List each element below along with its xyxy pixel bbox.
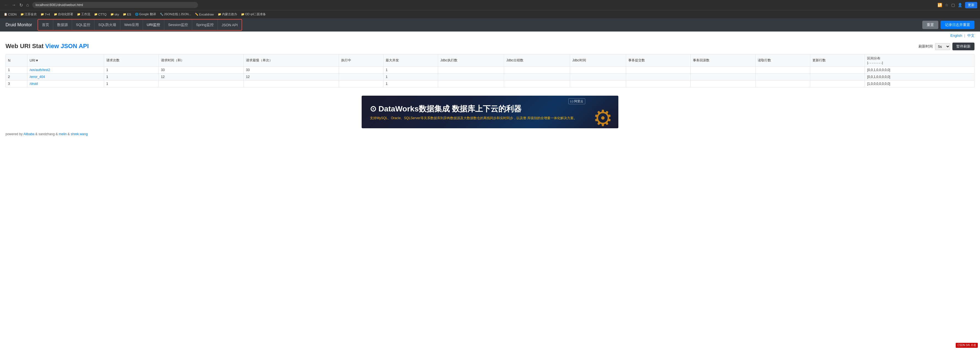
bookmark-74-label: 7+4 — [45, 13, 50, 16]
cell-jdbcerr-3 — [504, 80, 570, 87]
bookmark-74[interactable]: 📁 7+4 — [39, 12, 52, 17]
bookmark-es[interactable]: 📁 ES — [121, 12, 133, 17]
uri-stat-table: N URI▼ 请求次数 请求时间（和） 请求最慢（单次） 执行中 最大并发 Jd… — [6, 54, 974, 87]
bookmark-json-label: JSON在线 | JSON... — [164, 12, 191, 16]
cell-rowsupdate-2 — [810, 74, 865, 80]
cell-txrollback-3 — [691, 80, 756, 87]
cell-txcommit-1 — [626, 67, 691, 74]
cell-jdbcerr-1 — [504, 67, 570, 74]
col-distribution: 区间分布[- - - - - - - -] — [865, 54, 974, 67]
cell-timesum-3 — [159, 80, 244, 87]
cell-rowsread-1 — [756, 67, 810, 74]
bookmark-sky-icon: 📁 — [110, 13, 114, 16]
cell-running-1 — [339, 67, 383, 74]
bookmark-es-icon: 📁 — [123, 13, 126, 16]
dataworks-logo-icon: ⊙ — [370, 104, 376, 113]
nav-sql-firewall[interactable]: SQL防火墙 — [94, 20, 120, 30]
home-button[interactable]: ⌂ — [25, 2, 30, 8]
chinese-link[interactable]: 中文 — [967, 34, 974, 38]
alibaba-link[interactable]: Alibaba — [24, 132, 35, 136]
table-header-row: N URI▼ 请求次数 请求时间（和） 请求最慢（单次） 执行中 最大并发 Jd… — [6, 54, 974, 67]
app-navbar: Druid Monitor 首页 数据源 SQL监控 SQL防火墙 Web应用 … — [0, 18, 980, 32]
col-jdbc-time: Jdbc时间 — [570, 54, 626, 67]
bookmark-auto[interactable]: 📁 自动化部署 — [52, 11, 75, 17]
back-button[interactable]: ← — [3, 2, 10, 8]
forward-button[interactable]: → — [11, 2, 17, 8]
reset-button[interactable]: 重置 — [922, 21, 938, 29]
cell-req-1: 1 — [104, 67, 159, 74]
view-json-api-link[interactable]: View JSON API — [45, 43, 89, 50]
cell-n-1: 1 — [6, 67, 27, 74]
nav-sql-monitor[interactable]: SQL监控 — [72, 20, 94, 30]
language-switcher: English | 中文 — [0, 32, 980, 40]
page-title-plain: Web URI Stat — [6, 43, 45, 50]
cell-timesum-1: 33 — [159, 67, 244, 74]
tab-icon[interactable]: ▢ — [951, 3, 955, 7]
bookmark-nmgz[interactable]: 📁 内蒙古政办 — [216, 11, 239, 17]
banner-subtitle: 支持MySQL、Oracle、SQLServer等关系数据库到异构数据源及大数据… — [370, 116, 610, 120]
bookmark-nmgz-icon: 📁 — [218, 13, 221, 16]
aliyun-logo: (-) 阿里云 — [568, 98, 585, 104]
bookmark-od[interactable]: 📁 OD q4二面准备 — [239, 11, 268, 17]
refresh-label: 刷新时间 — [918, 44, 933, 49]
pause-refresh-button[interactable]: 暂停刷新 — [952, 43, 974, 50]
bookmark-workflow-label: 工作流 — [81, 12, 90, 16]
banner-image[interactable]: ⊙ DataWorks数据集成 数据库上下云的利器 支持MySQL、Oracle… — [362, 96, 618, 128]
shrek-link[interactable]: shrek.wang — [71, 132, 88, 136]
uri-link-1[interactable]: /wx/auth/test2 — [30, 68, 50, 72]
bookmark-cttq[interactable]: 📁 CTTQ — [92, 12, 108, 17]
cell-dist-3: [1,0,0,0,0,0,0,0] — [865, 80, 974, 87]
refresh-controls: 刷新时间 5s 10s 30s 60s 暂停刷新 — [918, 43, 974, 50]
uri-link-3[interactable]: /druid — [30, 82, 38, 86]
nav-home[interactable]: 首页 — [38, 20, 53, 30]
share-icon[interactable]: 🔁 — [937, 3, 942, 7]
banner-gear-icon: ⚙ — [593, 105, 613, 128]
address-bar[interactable]: localhost:8081/druid/weburi.html — [32, 2, 198, 8]
refresh-browser-button[interactable]: ↻ — [18, 2, 24, 8]
nav-action-buttons: 重置 记录日志并重置 — [922, 21, 974, 29]
table-row: 3 /druid 1 1 [1,0,0,0,0,0,0,0] — [6, 80, 974, 87]
melin-link[interactable]: melin — [59, 132, 67, 136]
cell-txrollback-2 — [691, 74, 756, 80]
page-title: Web URI Stat View JSON API — [6, 43, 89, 50]
cell-jdbcerr-2 — [504, 74, 570, 80]
bookmark-csdn[interactable]: 📋 CSDN — [2, 12, 18, 17]
nav-uri-monitor[interactable]: URI监控 — [143, 20, 164, 30]
cell-uri-3: /druid — [27, 80, 104, 87]
bookmark-jsjn[interactable]: 📁 江苏金农 — [19, 11, 38, 17]
bookmark-csdn-icon: 📋 — [4, 13, 7, 16]
cell-jdbcexec-2 — [438, 74, 504, 80]
nav-json-api[interactable]: JSON API — [218, 20, 242, 30]
nav-session-monitor[interactable]: Session监控 — [164, 20, 192, 30]
cell-uri-2: /error_404 — [27, 74, 104, 80]
cell-rowsread-3 — [756, 80, 810, 87]
update-button[interactable]: 更新 — [965, 2, 977, 8]
bookmark-excali[interactable]: ✏️ Excalidraw — [193, 12, 215, 17]
cell-jdbctime-3 — [570, 80, 626, 87]
refresh-interval-select[interactable]: 5s 10s 30s 60s — [935, 43, 950, 50]
bookmark-sky-label: sky — [115, 13, 119, 16]
reset-log-button[interactable]: 记录日志并重置 — [940, 21, 974, 29]
lang-separator: | — [964, 34, 965, 38]
english-link[interactable]: English — [950, 34, 963, 38]
bookmark-translate[interactable]: 🌐 Google 翻译 — [133, 11, 158, 17]
bookmark-es-label: ES — [127, 13, 131, 16]
nav-webapp[interactable]: Web应用 — [120, 20, 143, 30]
bookmark-json[interactable]: 🔧 JSON在线 | JSON... — [158, 11, 193, 17]
nav-datasource[interactable]: 数据源 — [53, 20, 72, 30]
cell-req-3: 1 — [104, 80, 159, 87]
uri-link-2[interactable]: /error_404 — [30, 75, 45, 79]
cell-txrollback-1 — [691, 67, 756, 74]
bookmark-sky[interactable]: 📁 sky — [109, 12, 121, 17]
bookmark-workflow[interactable]: 📁 工作流 — [75, 11, 92, 17]
bookmark-icon[interactable]: ☆ — [945, 3, 948, 7]
col-requests: 请求次数 — [104, 54, 159, 67]
cell-timemax-3 — [244, 80, 339, 87]
col-rows-update: 更新行数 — [810, 54, 865, 67]
bookmark-workflow-icon: 📁 — [77, 13, 80, 16]
address-text: localhost:8081/druid/weburi.html — [36, 3, 83, 7]
nav-spring-monitor[interactable]: Spring监控 — [192, 20, 218, 30]
profile-icon[interactable]: 👤 — [958, 3, 963, 7]
cell-maxc-3: 1 — [383, 80, 438, 87]
bookmark-od-icon: 📁 — [241, 13, 244, 16]
